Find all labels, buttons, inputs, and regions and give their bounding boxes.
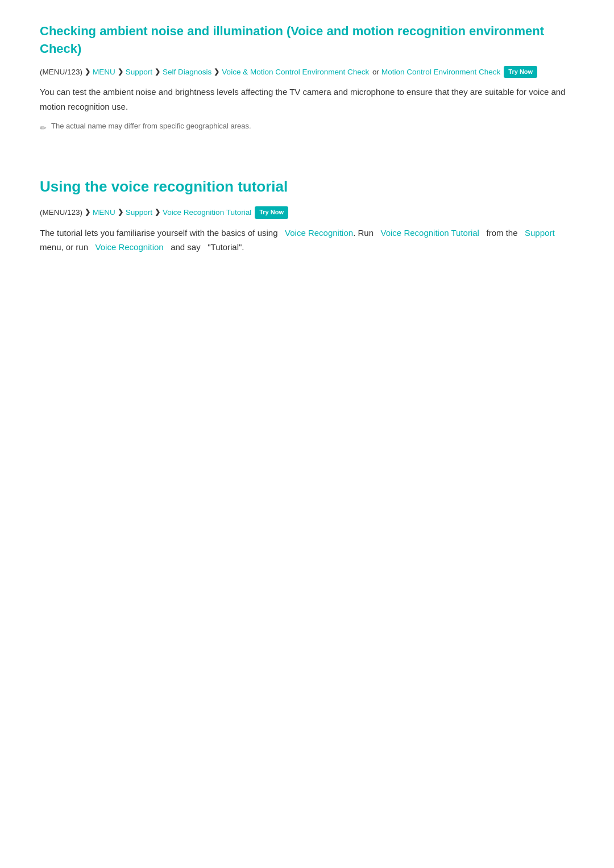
section2-body-part3: from the [486,228,517,238]
section2-body-part5: and say [171,242,201,252]
try-now-badge-2[interactable]: Try Now [255,206,288,219]
breadcrumb-sep3: ❯ [155,67,160,77]
breadcrumb2-sep2: ❯ [118,207,123,218]
section2-body-part4: menu, or run [40,242,88,252]
pencil-icon: ✏ [40,122,47,134]
breadcrumb-support[interactable]: Support [126,66,152,78]
section2-body: The tutorial lets you familiarise yourse… [40,226,574,255]
breadcrumb-sep4: ❯ [214,67,219,77]
section1-note-row: ✏ The actual name may differ from specif… [40,121,574,134]
breadcrumb-sep1: ❯ [85,67,90,77]
section-divider [40,157,574,158]
breadcrumb2-menu[interactable]: MENU [93,206,115,219]
breadcrumb-connector: or [370,66,379,78]
breadcrumb-sep2: ❯ [118,67,123,77]
section2-body-part6: "Tutorial". [208,242,244,252]
section2-link-support[interactable]: Support [525,228,555,238]
breadcrumb2-voice-tutorial[interactable]: Voice Recognition Tutorial [163,206,251,219]
breadcrumb2-sep3: ❯ [155,207,160,218]
section1-note: The actual name may differ from specific… [51,121,251,132]
section2-body-part1: The tutorial lets you familiarise yourse… [40,228,278,238]
section2-link-voice-tutorial[interactable]: Voice Recognition Tutorial [381,228,479,238]
breadcrumb-voice-motion-check[interactable]: Voice & Motion Control Environment Check [222,66,369,78]
section2-title: Using the voice recognition tutorial [40,175,574,199]
breadcrumb-self-diagnosis[interactable]: Self Diagnosis [163,66,211,78]
try-now-badge-1[interactable]: Try Now [504,66,537,78]
breadcrumb-menu-code: (MENU/123) [40,66,82,78]
section1-title: Checking ambient noise and illumination … [40,23,574,58]
section2-link-voice-recognition-2[interactable]: Voice Recognition [96,242,164,252]
breadcrumb2-menu-code: (MENU/123) [40,206,82,219]
section1-breadcrumb: (MENU/123) ❯ MENU ❯ Support ❯ Self Diagn… [40,66,574,78]
section-voice-tutorial: Using the voice recognition tutorial (ME… [40,175,574,255]
breadcrumb2-support[interactable]: Support [126,206,152,219]
section1-body: You can test the ambient noise and brigh… [40,85,574,114]
breadcrumb-menu[interactable]: MENU [93,66,115,78]
section2-breadcrumb: (MENU/123) ❯ MENU ❯ Support ❯ Voice Reco… [40,206,574,219]
breadcrumb-motion-check[interactable]: Motion Control Environment Check [381,66,500,78]
breadcrumb2-sep1: ❯ [85,207,90,218]
section-ambient-noise: Checking ambient noise and illumination … [40,23,574,135]
section2-link-voice-recognition-1[interactable]: Voice Recognition [285,228,353,238]
